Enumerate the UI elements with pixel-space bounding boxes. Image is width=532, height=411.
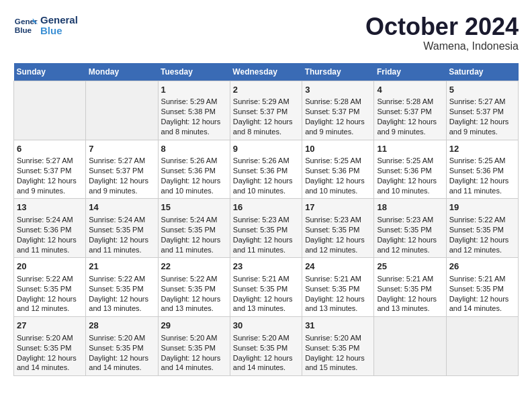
day-number: 22 [161, 261, 227, 273]
day-number: 14 [89, 201, 154, 214]
calendar-cell: 22Sunrise: 5:22 AMSunset: 5:35 PMDayligh… [158, 258, 230, 317]
daylight-text: Daylight: 12 hours and 9 minutes. [449, 117, 515, 137]
day-number: 28 [89, 320, 154, 332]
calendar-cell: 19Sunrise: 5:22 AMSunset: 5:35 PMDayligh… [446, 199, 518, 258]
calendar-cell: 31Sunrise: 5:20 AMSunset: 5:35 PMDayligh… [302, 317, 374, 376]
calendar-cell: 10Sunrise: 5:25 AMSunset: 5:36 PMDayligh… [302, 140, 374, 199]
sunset-text: Sunset: 5:35 PM [305, 225, 371, 235]
logo: General Blue General Blue [13, 13, 78, 38]
daylight-text: Daylight: 12 hours and 12 minutes. [377, 235, 443, 255]
sunset-text: Sunset: 5:37 PM [377, 107, 443, 117]
day-number: 20 [17, 261, 83, 273]
header-tuesday: Tuesday [158, 63, 230, 81]
daylight-text: Daylight: 12 hours and 12 minutes. [17, 294, 83, 314]
sunset-text: Sunset: 5:35 PM [17, 343, 83, 353]
calendar-cell: 23Sunrise: 5:21 AMSunset: 5:35 PMDayligh… [230, 258, 302, 317]
calendar-cell: 30Sunrise: 5:20 AMSunset: 5:35 PMDayligh… [230, 317, 302, 376]
calendar-cell: 6Sunrise: 5:27 AMSunset: 5:37 PMDaylight… [14, 140, 86, 199]
sunrise-text: Sunrise: 5:27 AM [89, 156, 154, 166]
daylight-text: Daylight: 12 hours and 10 minutes. [377, 176, 443, 196]
sunset-text: Sunset: 5:37 PM [233, 107, 299, 117]
calendar-cell: 16Sunrise: 5:23 AMSunset: 5:35 PMDayligh… [230, 199, 302, 258]
daylight-text: Daylight: 12 hours and 13 minutes. [161, 294, 227, 314]
sunset-text: Sunset: 5:35 PM [377, 225, 443, 235]
calendar-cell: 25Sunrise: 5:21 AMSunset: 5:35 PMDayligh… [374, 258, 446, 317]
logo-text-blue: Blue [40, 26, 78, 37]
calendar-week-row: 13Sunrise: 5:24 AMSunset: 5:36 PMDayligh… [14, 199, 519, 258]
calendar-cell [86, 81, 158, 140]
calendar-cell: 9Sunrise: 5:26 AMSunset: 5:36 PMDaylight… [230, 140, 302, 199]
day-number: 13 [17, 201, 83, 214]
sunrise-text: Sunrise: 5:20 AM [233, 333, 299, 343]
day-number: 7 [89, 143, 154, 155]
sunset-text: Sunset: 5:37 PM [305, 107, 371, 117]
sunset-text: Sunset: 5:35 PM [305, 343, 371, 353]
sunrise-text: Sunrise: 5:26 AM [233, 156, 299, 166]
sunrise-text: Sunrise: 5:20 AM [161, 333, 227, 343]
sunset-text: Sunset: 5:35 PM [17, 284, 83, 294]
calendar-cell: 28Sunrise: 5:20 AMSunset: 5:35 PMDayligh… [86, 317, 158, 376]
calendar-cell: 14Sunrise: 5:24 AMSunset: 5:35 PMDayligh… [86, 199, 158, 258]
sunset-text: Sunset: 5:35 PM [161, 284, 227, 294]
sunrise-text: Sunrise: 5:21 AM [305, 274, 371, 284]
header-thursday: Thursday [302, 63, 374, 81]
calendar-cell [374, 317, 446, 376]
title-area: October 2024 Wamena, Indonesia [365, 13, 519, 52]
daylight-text: Daylight: 12 hours and 14 minutes. [161, 353, 227, 373]
daylight-text: Daylight: 12 hours and 11 minutes. [233, 235, 299, 255]
sunrise-text: Sunrise: 5:23 AM [377, 215, 443, 225]
daylight-text: Daylight: 12 hours and 13 minutes. [377, 294, 443, 314]
daylight-text: Daylight: 12 hours and 10 minutes. [305, 176, 371, 196]
day-number: 3 [305, 84, 371, 96]
calendar-week-row: 6Sunrise: 5:27 AMSunset: 5:37 PMDaylight… [14, 140, 519, 199]
daylight-text: Daylight: 12 hours and 11 minutes. [161, 235, 227, 255]
sunset-text: Sunset: 5:35 PM [233, 284, 299, 294]
sunset-text: Sunset: 5:36 PM [305, 166, 371, 176]
day-number: 4 [377, 84, 443, 96]
day-number: 25 [377, 261, 443, 273]
sunrise-text: Sunrise: 5:21 AM [449, 274, 515, 284]
day-number: 18 [377, 201, 443, 214]
day-number: 16 [233, 201, 299, 214]
sunset-text: Sunset: 5:35 PM [233, 225, 299, 235]
day-number: 5 [449, 84, 515, 96]
sunrise-text: Sunrise: 5:25 AM [305, 156, 371, 166]
daylight-text: Daylight: 12 hours and 12 minutes. [305, 235, 371, 255]
sunrise-text: Sunrise: 5:20 AM [89, 333, 154, 343]
calendar-table: Sunday Monday Tuesday Wednesday Thursday… [13, 63, 519, 377]
sunrise-text: Sunrise: 5:24 AM [161, 215, 227, 225]
sunrise-text: Sunrise: 5:27 AM [17, 156, 83, 166]
day-number: 10 [305, 143, 371, 155]
calendar-cell: 29Sunrise: 5:20 AMSunset: 5:35 PMDayligh… [158, 317, 230, 376]
sunrise-text: Sunrise: 5:23 AM [305, 215, 371, 225]
calendar-cell: 2Sunrise: 5:29 AMSunset: 5:37 PMDaylight… [230, 81, 302, 140]
daylight-text: Daylight: 12 hours and 13 minutes. [305, 294, 371, 314]
calendar-cell: 20Sunrise: 5:22 AMSunset: 5:35 PMDayligh… [14, 258, 86, 317]
sunrise-text: Sunrise: 5:29 AM [233, 97, 299, 107]
calendar-cell: 24Sunrise: 5:21 AMSunset: 5:35 PMDayligh… [302, 258, 374, 317]
sunrise-text: Sunrise: 5:20 AM [17, 333, 83, 343]
sunset-text: Sunset: 5:35 PM [377, 284, 443, 294]
day-number: 11 [377, 143, 443, 155]
calendar-header-row: Sunday Monday Tuesday Wednesday Thursday… [14, 63, 519, 81]
daylight-text: Daylight: 12 hours and 12 minutes. [449, 235, 515, 255]
logo-text-general: General [40, 15, 78, 26]
daylight-text: Daylight: 12 hours and 10 minutes. [233, 176, 299, 196]
day-number: 1 [161, 84, 227, 96]
daylight-text: Daylight: 12 hours and 14 minutes. [233, 353, 299, 373]
calendar-cell: 13Sunrise: 5:24 AMSunset: 5:36 PMDayligh… [14, 199, 86, 258]
calendar-cell: 12Sunrise: 5:25 AMSunset: 5:36 PMDayligh… [446, 140, 518, 199]
sunrise-text: Sunrise: 5:22 AM [17, 274, 83, 284]
sunset-text: Sunset: 5:36 PM [17, 225, 83, 235]
sunset-text: Sunset: 5:36 PM [377, 166, 443, 176]
sunrise-text: Sunrise: 5:23 AM [233, 215, 299, 225]
month-title: October 2024 [365, 13, 519, 40]
daylight-text: Daylight: 12 hours and 9 minutes. [377, 117, 443, 137]
calendar-cell: 17Sunrise: 5:23 AMSunset: 5:35 PMDayligh… [302, 199, 374, 258]
day-number: 23 [233, 261, 299, 273]
sunset-text: Sunset: 5:35 PM [89, 284, 154, 294]
day-number: 27 [17, 320, 83, 332]
daylight-text: Daylight: 12 hours and 11 minutes. [17, 235, 83, 255]
calendar-cell: 27Sunrise: 5:20 AMSunset: 5:35 PMDayligh… [14, 317, 86, 376]
calendar-week-row: 27Sunrise: 5:20 AMSunset: 5:35 PMDayligh… [14, 317, 519, 376]
